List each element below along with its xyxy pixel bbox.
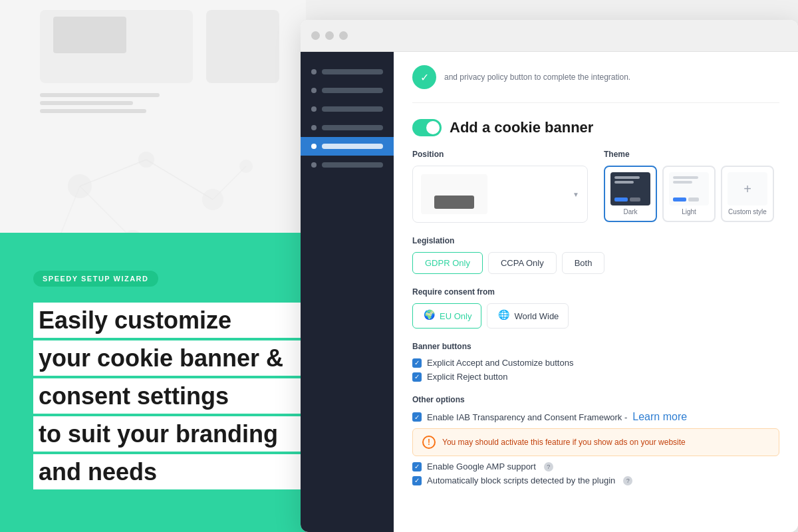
- legislation-ccpa-btn[interactable]: CCPA Only: [488, 252, 557, 274]
- cookie-banner-toggle[interactable]: [412, 119, 442, 136]
- iab-checkbox-label: Enable IAB Transparency and Consent Fram…: [427, 412, 627, 422]
- theme-card-custom[interactable]: + Custom style: [721, 166, 774, 222]
- warning-icon: !: [422, 436, 436, 449]
- checkbox-accept-icon[interactable]: ✓: [412, 358, 422, 368]
- legislation-btn-group: GDPR Only CCPA Only Both: [412, 252, 779, 274]
- theme-custom-label: Custom style: [728, 208, 767, 215]
- position-label: Position: [412, 150, 588, 159]
- theme-dark-line: [614, 181, 634, 184]
- learn-more-link[interactable]: Learn more: [632, 411, 687, 423]
- consent-label: Require consent from: [412, 287, 779, 297]
- sidebar-item-4[interactable]: [301, 118, 394, 137]
- scripts-checkbox-label: Automatically block scripts detected by …: [427, 475, 615, 485]
- amp-checkbox-icon[interactable]: ✓: [412, 462, 422, 471]
- consent-worldwide-btn[interactable]: 🌐 World Wide: [487, 303, 569, 329]
- warning-box: ! You may should activate this feature i…: [412, 428, 779, 456]
- theme-label: Theme: [604, 150, 779, 159]
- checkbox-accept-label: Explicit Accept and Customize buttons: [427, 358, 573, 368]
- banner-buttons-block: Banner buttons ✓ Explicit Accept and Cus…: [412, 342, 779, 382]
- theme-col: Theme: [604, 150, 779, 223]
- legislation-label: Legislation: [412, 236, 779, 245]
- legislation-gdpr-btn[interactable]: GDPR Only: [412, 252, 483, 274]
- theme-card-light[interactable]: Light: [662, 166, 716, 222]
- theme-light-preview: [669, 172, 709, 205]
- info-icon-scripts: ?: [623, 476, 632, 485]
- theme-cards: Dark: [604, 166, 779, 222]
- checkbox-reject-icon[interactable]: ✓: [412, 372, 422, 382]
- position-preview: [421, 174, 487, 214]
- sidebar-item-1[interactable]: [301, 63, 394, 81]
- browser-dot-close: [311, 31, 320, 40]
- headline-line-4: to suit your branding: [33, 416, 306, 452]
- browser-dot-min: [325, 31, 334, 40]
- iab-checkbox-icon[interactable]: ✓: [412, 412, 422, 422]
- theme-dark-btns: [614, 198, 646, 201]
- sidebar-line: [322, 125, 383, 130]
- world-globe-icon: 🌐: [497, 309, 510, 323]
- position-selector[interactable]: ▼: [412, 166, 588, 223]
- notice-checkmark-icon: ✓: [412, 65, 436, 89]
- other-options-label: Other options: [412, 395, 779, 404]
- consent-eu-btn[interactable]: 🌍 EU Only: [412, 303, 481, 329]
- warning-text: You may should activate this feature if …: [442, 438, 686, 447]
- amp-checkbox-label: Enable Google AMP support: [427, 462, 536, 471]
- sidebar-dot: [311, 162, 317, 168]
- theme-btn-gray: [688, 198, 699, 201]
- options-row: Position ▼ Theme: [412, 150, 779, 223]
- sidebar-item-5-active[interactable]: [301, 137, 394, 156]
- sidebar-line-active: [322, 144, 383, 149]
- sidebar-item-2[interactable]: [301, 81, 394, 100]
- sidebar-dot-active: [311, 144, 317, 149]
- theme-btn-gray: [630, 198, 640, 201]
- checkbox-reject-label: Explicit Reject button: [427, 372, 507, 382]
- theme-light-btns: [673, 198, 705, 201]
- scripts-checkbox-row: ✓ Automatically block scripts detected b…: [412, 475, 779, 485]
- theme-card-dark[interactable]: Dark: [604, 166, 657, 222]
- theme-dark-preview: [610, 172, 650, 205]
- eu-globe-icon: 🌍: [422, 309, 436, 323]
- legislation-both-btn[interactable]: Both: [562, 252, 605, 274]
- consent-eu-label: EU Only: [440, 311, 471, 321]
- position-bar: [434, 196, 474, 209]
- browser-titlebar: [301, 20, 798, 52]
- browser-window: ✓ and privacy policy button to complete …: [301, 20, 798, 532]
- left-content-panel: SPEEDY SETUP WIZARD Easily customize you…: [0, 0, 306, 532]
- headline-line-3: consent settings: [33, 378, 306, 414]
- wizard-badge: SPEEDY SETUP WIZARD: [33, 271, 158, 287]
- theme-btn-blue: [673, 198, 686, 201]
- info-icon-amp: ?: [544, 462, 553, 471]
- amp-checkbox-row: ✓ Enable Google AMP support ?: [412, 462, 779, 471]
- theme-add-icon: +: [728, 172, 767, 205]
- consent-block: Require consent from 🌍 EU Only 🌐 World W…: [412, 287, 779, 329]
- section-header: Add a cookie banner: [412, 119, 779, 136]
- main-headline: Easily customize your cookie banner & co…: [33, 303, 306, 492]
- iab-checkbox-row: ✓ Enable IAB Transparency and Consent Fr…: [412, 411, 779, 423]
- sidebar-dot: [311, 88, 317, 93]
- sidebar-line: [322, 106, 383, 112]
- sidebar-item-6[interactable]: [301, 156, 394, 174]
- scripts-checkbox-icon[interactable]: ✓: [412, 476, 422, 485]
- top-notice: ✓ and privacy policy button to complete …: [412, 65, 779, 103]
- sidebar-line: [322, 69, 383, 74]
- consent-worldwide-label: World Wide: [514, 311, 559, 321]
- headline-line-1: Easily customize: [33, 303, 306, 338]
- other-options-block: Other options ✓ Enable IAB Transparency …: [412, 395, 779, 485]
- theme-dark-label: Dark: [610, 208, 650, 215]
- browser-body: ✓ and privacy policy button to complete …: [301, 52, 798, 532]
- sidebar-dot: [311, 69, 317, 74]
- theme-light-line: [673, 181, 692, 184]
- toggle-knob: [426, 121, 440, 134]
- headline-line-5: and needs: [33, 454, 306, 489]
- notice-text: and privacy policy button to complete th…: [444, 72, 630, 82]
- section-title: Add a cookie banner: [450, 119, 593, 136]
- consent-group: 🌍 EU Only 🌐 World Wide: [412, 303, 779, 329]
- sidebar-dot: [311, 106, 317, 112]
- banner-buttons-label: Banner buttons: [412, 342, 779, 351]
- checkbox-row-1: ✓ Explicit Accept and Customize buttons: [412, 358, 779, 368]
- theme-light-line: [673, 176, 698, 179]
- sidebar-item-3[interactable]: [301, 100, 394, 118]
- main-content: ✓ and privacy policy button to complete …: [394, 52, 798, 532]
- theme-dark-line: [614, 176, 640, 179]
- headline-line-2: your cookie banner &: [33, 340, 306, 376]
- sidebar-dot: [311, 125, 317, 130]
